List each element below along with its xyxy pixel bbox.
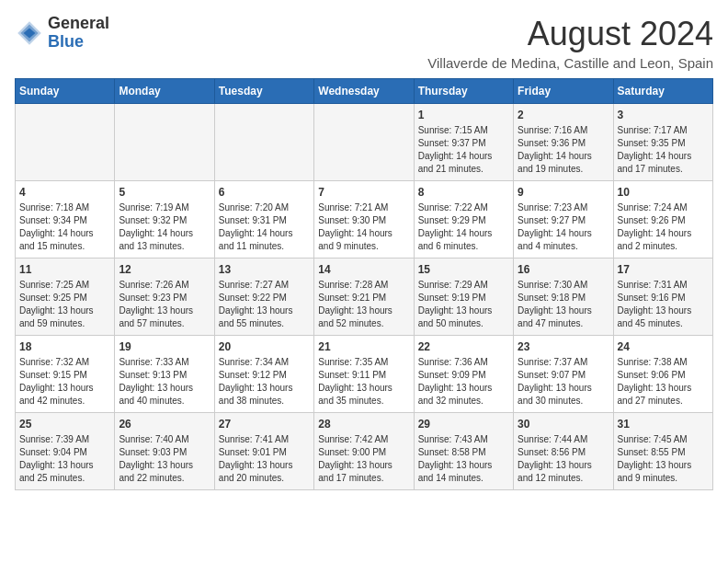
week-row-3: 18Sunrise: 7:32 AM Sunset: 9:15 PM Dayli…: [16, 336, 713, 413]
week-row-2: 11Sunrise: 7:25 AM Sunset: 9:25 PM Dayli…: [16, 259, 713, 336]
calendar-body: 1Sunrise: 7:15 AM Sunset: 9:37 PM Daylig…: [16, 104, 713, 490]
logo-general: General: [48, 15, 109, 33]
calendar-table: SundayMondayTuesdayWednesdayThursdayFrid…: [15, 78, 713, 490]
title-block: August 2024 Villaverde de Medina, Castil…: [427, 15, 713, 71]
calendar-cell: 24Sunrise: 7:38 AM Sunset: 9:06 PM Dayli…: [613, 336, 712, 413]
header-sunday: Sunday: [16, 79, 115, 104]
day-number: 3: [618, 109, 709, 121]
calendar-cell: 2Sunrise: 7:16 AM Sunset: 9:36 PM Daylig…: [514, 104, 613, 181]
day-number: 20: [219, 340, 310, 353]
calendar-cell: 17Sunrise: 7:31 AM Sunset: 9:16 PM Dayli…: [613, 259, 712, 336]
calendar-cell: 13Sunrise: 7:27 AM Sunset: 9:22 PM Dayli…: [214, 259, 313, 336]
header-tuesday: Tuesday: [214, 79, 313, 104]
day-info: Sunrise: 7:39 AM Sunset: 9:04 PM Dayligh…: [19, 433, 110, 485]
page-subtitle: Villaverde de Medina, Castille and Leon,…: [427, 55, 713, 71]
day-number: 23: [518, 340, 609, 353]
calendar-cell: 7Sunrise: 7:21 AM Sunset: 9:30 PM Daylig…: [314, 181, 414, 259]
day-number: 2: [518, 109, 609, 121]
calendar-cell: 1Sunrise: 7:15 AM Sunset: 9:37 PM Daylig…: [414, 104, 513, 181]
day-number: 4: [19, 186, 110, 199]
day-number: 19: [119, 340, 210, 353]
calendar-cell: 8Sunrise: 7:22 AM Sunset: 9:29 PM Daylig…: [414, 181, 513, 259]
logo-icon: [15, 18, 44, 48]
day-info: Sunrise: 7:33 AM Sunset: 9:13 PM Dayligh…: [119, 356, 210, 408]
day-number: 1: [418, 109, 509, 121]
day-info: Sunrise: 7:37 AM Sunset: 9:07 PM Dayligh…: [518, 356, 609, 408]
day-info: Sunrise: 7:23 AM Sunset: 9:27 PM Dayligh…: [518, 201, 609, 253]
header-friday: Friday: [514, 79, 613, 104]
day-number: 11: [19, 263, 110, 276]
calendar-cell: 25Sunrise: 7:39 AM Sunset: 9:04 PM Dayli…: [16, 413, 115, 490]
calendar-cell: 6Sunrise: 7:20 AM Sunset: 9:31 PM Daylig…: [214, 181, 313, 259]
week-row-0: 1Sunrise: 7:15 AM Sunset: 9:37 PM Daylig…: [16, 104, 713, 181]
day-info: Sunrise: 7:34 AM Sunset: 9:12 PM Dayligh…: [219, 356, 310, 408]
day-number: 10: [618, 186, 709, 199]
day-info: Sunrise: 7:28 AM Sunset: 9:21 PM Dayligh…: [318, 279, 409, 330]
day-info: Sunrise: 7:36 AM Sunset: 9:09 PM Dayligh…: [418, 356, 509, 408]
calendar-cell: 14Sunrise: 7:28 AM Sunset: 9:21 PM Dayli…: [314, 259, 414, 336]
calendar-cell: 31Sunrise: 7:45 AM Sunset: 8:55 PM Dayli…: [613, 413, 712, 490]
calendar-cell: 9Sunrise: 7:23 AM Sunset: 9:27 PM Daylig…: [514, 181, 613, 259]
calendar-cell: 30Sunrise: 7:44 AM Sunset: 8:56 PM Dayli…: [514, 413, 613, 490]
calendar-cell: 27Sunrise: 7:41 AM Sunset: 9:01 PM Dayli…: [214, 413, 313, 490]
calendar-cell: [115, 104, 214, 181]
day-info: Sunrise: 7:42 AM Sunset: 9:00 PM Dayligh…: [318, 433, 409, 485]
day-number: 29: [418, 418, 509, 431]
calendar-cell: 20Sunrise: 7:34 AM Sunset: 9:12 PM Dayli…: [214, 336, 313, 413]
day-info: Sunrise: 7:22 AM Sunset: 9:29 PM Dayligh…: [418, 201, 509, 253]
header-thursday: Thursday: [414, 79, 513, 104]
day-info: Sunrise: 7:35 AM Sunset: 9:11 PM Dayligh…: [318, 356, 409, 408]
day-info: Sunrise: 7:29 AM Sunset: 9:19 PM Dayligh…: [418, 279, 509, 330]
day-info: Sunrise: 7:19 AM Sunset: 9:32 PM Dayligh…: [119, 201, 210, 253]
day-number: 16: [518, 263, 609, 276]
day-number: 12: [119, 263, 210, 276]
day-number: 27: [219, 418, 310, 431]
calendar-cell: 23Sunrise: 7:37 AM Sunset: 9:07 PM Dayli…: [514, 336, 613, 413]
day-number: 26: [119, 418, 210, 431]
day-info: Sunrise: 7:15 AM Sunset: 9:37 PM Dayligh…: [418, 124, 509, 176]
day-info: Sunrise: 7:30 AM Sunset: 9:18 PM Dayligh…: [518, 279, 609, 330]
day-info: Sunrise: 7:27 AM Sunset: 9:22 PM Dayligh…: [219, 279, 310, 330]
day-info: Sunrise: 7:18 AM Sunset: 9:34 PM Dayligh…: [19, 201, 110, 253]
page-header: General Blue August 2024 Villaverde de M…: [15, 15, 713, 71]
day-info: Sunrise: 7:26 AM Sunset: 9:23 PM Dayligh…: [119, 279, 210, 330]
calendar-cell: [16, 104, 115, 181]
header-monday: Monday: [115, 79, 214, 104]
day-info: Sunrise: 7:16 AM Sunset: 9:36 PM Dayligh…: [518, 124, 609, 176]
day-info: Sunrise: 7:17 AM Sunset: 9:35 PM Dayligh…: [618, 124, 709, 176]
calendar-cell: 28Sunrise: 7:42 AM Sunset: 9:00 PM Dayli…: [314, 413, 414, 490]
calendar-cell: 3Sunrise: 7:17 AM Sunset: 9:35 PM Daylig…: [613, 104, 712, 181]
calendar-header: SundayMondayTuesdayWednesdayThursdayFrid…: [16, 79, 713, 104]
calendar-cell: 29Sunrise: 7:43 AM Sunset: 8:58 PM Dayli…: [414, 413, 513, 490]
day-number: 24: [618, 340, 709, 353]
day-number: 21: [318, 340, 409, 353]
day-number: 13: [219, 263, 310, 276]
day-number: 6: [219, 186, 310, 199]
day-info: Sunrise: 7:38 AM Sunset: 9:06 PM Dayligh…: [618, 356, 709, 408]
calendar-cell: 12Sunrise: 7:26 AM Sunset: 9:23 PM Dayli…: [115, 259, 214, 336]
day-info: Sunrise: 7:45 AM Sunset: 8:55 PM Dayligh…: [618, 433, 709, 485]
calendar-cell: 11Sunrise: 7:25 AM Sunset: 9:25 PM Dayli…: [16, 259, 115, 336]
day-info: Sunrise: 7:25 AM Sunset: 9:25 PM Dayligh…: [19, 279, 110, 330]
day-number: 8: [418, 186, 509, 199]
day-info: Sunrise: 7:24 AM Sunset: 9:26 PM Dayligh…: [618, 201, 709, 253]
day-info: Sunrise: 7:40 AM Sunset: 9:03 PM Dayligh…: [119, 433, 210, 485]
day-number: 5: [119, 186, 210, 199]
calendar-cell: 19Sunrise: 7:33 AM Sunset: 9:13 PM Dayli…: [115, 336, 214, 413]
logo-text: General Blue: [48, 15, 109, 52]
day-number: 25: [19, 418, 110, 431]
day-info: Sunrise: 7:43 AM Sunset: 8:58 PM Dayligh…: [418, 433, 509, 485]
day-number: 9: [518, 186, 609, 199]
day-number: 30: [518, 418, 609, 431]
day-info: Sunrise: 7:20 AM Sunset: 9:31 PM Dayligh…: [219, 201, 310, 253]
calendar-cell: 21Sunrise: 7:35 AM Sunset: 9:11 PM Dayli…: [314, 336, 414, 413]
logo-blue: Blue: [48, 33, 109, 52]
calendar-cell: [214, 104, 313, 181]
week-row-1: 4Sunrise: 7:18 AM Sunset: 9:34 PM Daylig…: [16, 181, 713, 259]
day-info: Sunrise: 7:21 AM Sunset: 9:30 PM Dayligh…: [318, 201, 409, 253]
week-row-4: 25Sunrise: 7:39 AM Sunset: 9:04 PM Dayli…: [16, 413, 713, 490]
calendar-cell: 15Sunrise: 7:29 AM Sunset: 9:19 PM Dayli…: [414, 259, 513, 336]
header-saturday: Saturday: [613, 79, 712, 104]
day-number: 18: [19, 340, 110, 353]
day-number: 7: [318, 186, 409, 199]
